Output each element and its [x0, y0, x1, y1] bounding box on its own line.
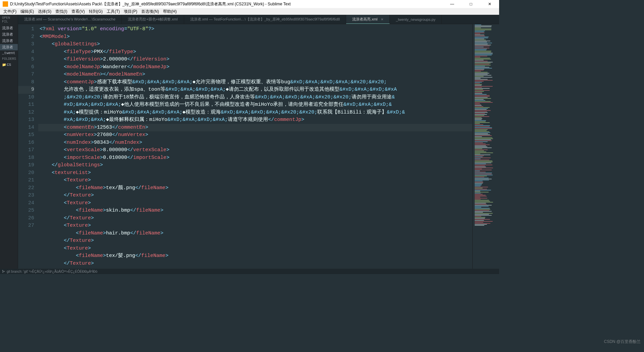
- sidebar-open-file[interactable]: 流浪者: [0, 44, 18, 50]
- menu-item[interactable]: 转到(G): [87, 9, 105, 14]
- tab-label: 流浪者.xml — TestForFunction\…\【流浪者】_by_原神_…: [190, 17, 340, 22]
- sidebar-folder[interactable]: CS: [0, 62, 18, 68]
- tab[interactable]: 流浪者.xml — TestForFunction\…\【流浪者】_by_原神_…: [184, 15, 346, 24]
- sidebar-open-file[interactable]: 流浪者: [0, 38, 18, 44]
- app-icon: [3, 1, 8, 7]
- menubar: 文件(F)编辑(E)选择(S)查找(I)查看(V)转到(G)工具(T)项目(P)…: [0, 8, 499, 15]
- close-icon[interactable]: ×: [381, 17, 384, 22]
- tab-bar: 流浪者.xml — Scaramouche's Wonder\…\Scaramo…: [18, 15, 499, 24]
- tab[interactable]: 流浪者.xml — Scaramouche's Wonder\…\Scaramo…: [18, 15, 122, 24]
- maximize-button[interactable]: □: [464, 2, 478, 6]
- menu-item[interactable]: 查看(V): [69, 9, 87, 14]
- tab[interactable]: 流浪者高亮.xml×: [346, 15, 390, 24]
- git-status-text: git branch: 'git' ²»ÊÇÄÚ²¿»òÍâ²¿ÃüÁîÒ²²»…: [7, 270, 97, 273]
- menu-item[interactable]: 文件(F): [1, 9, 18, 14]
- statusbar: git branch: 'git' ²»ÊÇÄÚ²¿»òÍâ²¿ÃüÁîÒ²²»…: [0, 269, 499, 274]
- minimap[interactable]: [472, 24, 499, 269]
- sidebar-open-file[interactable]: 流浪者: [0, 31, 18, 38]
- sidebar: OPEN FIL 流浪者流浪者流浪者流浪者_twent FOLDERS CS: [0, 15, 18, 269]
- menu-item[interactable]: 查找(I): [53, 9, 69, 14]
- minimize-button[interactable]: —: [445, 2, 459, 6]
- menu-item[interactable]: 首选项(N): [139, 9, 161, 14]
- menu-item[interactable]: 编辑(E): [18, 9, 36, 14]
- git-branch-icon: [2, 270, 5, 273]
- menu-item[interactable]: 项目(P): [122, 9, 139, 14]
- window-title: D:\UnityStudy\TestForFunction\Assets\Ass…: [10, 1, 445, 7]
- menu-item[interactable]: 工具(T): [105, 9, 122, 14]
- folders-header: FOLDERS: [0, 56, 18, 62]
- line-gutter: 1234567891011121314151617181920212223242…: [18, 24, 38, 269]
- sidebar-open-file[interactable]: 流浪者: [0, 25, 18, 31]
- tab[interactable]: _twenty_newsgroups.py: [390, 15, 442, 24]
- open-files-header: OPEN FIL: [0, 15, 18, 25]
- tab-label: _twenty_newsgroups.py: [396, 17, 435, 21]
- tab[interactable]: 流浪者亮纹+眼色+k帧调整.xml: [122, 15, 184, 24]
- tab-label: 流浪者亮纹+眼色+k帧调整.xml: [128, 17, 178, 22]
- tab-label: 流浪者.xml — Scaramouche's Wonder\…\Scaramo…: [24, 17, 115, 22]
- menu-item[interactable]: 选择(S): [36, 9, 53, 14]
- close-button[interactable]: ✕: [483, 2, 496, 6]
- titlebar: D:\UnityStudy\TestForFunction\Assets\Ass…: [0, 0, 499, 8]
- sidebar-open-file[interactable]: _twent: [0, 50, 18, 56]
- tab-label: 流浪者高亮.xml: [352, 17, 377, 22]
- menu-item[interactable]: 帮助(H): [161, 9, 179, 14]
- code-area[interactable]: <?xml version="1.0" encoding="UTF-8"?><M…: [38, 24, 472, 269]
